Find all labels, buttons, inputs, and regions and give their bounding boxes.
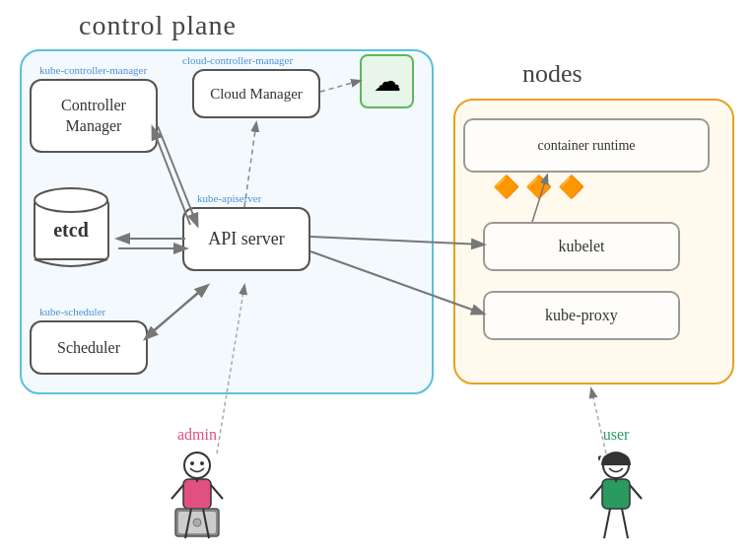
controller-manager-label: ControllerManager: [61, 96, 126, 137]
svg-point-3: [184, 453, 210, 478]
user-label: user: [582, 426, 650, 444]
label-kube-apiserver: kube-apiserver: [197, 192, 261, 204]
flame-icons-container: 🔶 🔶 🔶: [493, 175, 584, 200]
label-kube-controller-manager: kube-controller-manager: [39, 64, 147, 76]
api-server-label: API server: [208, 229, 284, 249]
svg-point-17: [619, 461, 623, 465]
svg-point-4: [190, 461, 194, 465]
user-area: user: [582, 426, 650, 550]
main-title: control plane: [79, 10, 237, 41]
admin-label: admin: [158, 426, 237, 444]
flame-icon-2: 🔶: [525, 175, 552, 200]
svg-rect-6: [183, 479, 211, 509]
container-runtime-label: container runtime: [537, 138, 635, 154]
svg-point-16: [609, 461, 613, 465]
user-figure: [582, 448, 650, 546]
svg-point-1: [34, 188, 107, 212]
cloud-manager-label: Cloud Manager: [210, 86, 303, 103]
svg-rect-18: [602, 479, 630, 509]
svg-line-21: [630, 485, 642, 499]
kube-proxy-box: kube-proxy: [483, 291, 680, 340]
svg-point-5: [200, 461, 204, 465]
nodes-title: nodes: [522, 59, 582, 89]
cloud-icon: ☁: [374, 65, 401, 98]
kube-proxy-label: kube-proxy: [545, 307, 618, 324]
svg-point-12: [193, 519, 201, 526]
label-kube-scheduler: kube-scheduler: [39, 306, 105, 317]
kubelet-box: kubelet: [483, 222, 680, 271]
svg-line-9: [211, 485, 223, 499]
label-cloud-controller-manager: cloud-controller-manager: [182, 54, 293, 66]
controller-manager-box: ControllerManager: [30, 79, 158, 153]
svg-line-22: [604, 509, 610, 538]
scheduler-box: Scheduler: [30, 320, 148, 375]
svg-text:etcd: etcd: [53, 219, 89, 241]
admin-figure: [158, 448, 237, 546]
admin-area: admin: [158, 426, 237, 550]
cloud-manager-box: Cloud Manager: [192, 69, 320, 118]
etcd-cylinder: etcd: [25, 182, 123, 271]
api-server-box: API server: [182, 207, 310, 271]
flame-icon-1: 🔶: [493, 175, 519, 200]
scheduler-label: Scheduler: [57, 339, 120, 357]
svg-line-20: [590, 485, 602, 499]
flame-icon-3: 🔶: [558, 175, 584, 200]
cloud-icon-box: ☁: [360, 54, 414, 108]
svg-line-23: [622, 509, 628, 538]
kubelet-label: kubelet: [558, 238, 604, 255]
container-runtime-box: container runtime: [463, 118, 710, 173]
svg-line-8: [171, 485, 183, 499]
